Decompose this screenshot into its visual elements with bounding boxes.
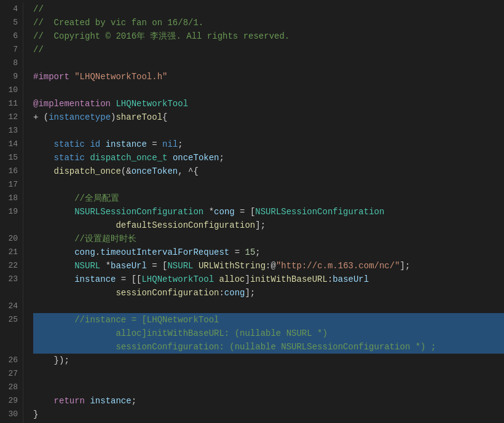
line-num-30: 30 bbox=[5, 408, 18, 421]
line-num-25c bbox=[5, 340, 18, 354]
line-num-22: 22 bbox=[5, 259, 18, 273]
code-line-18: //全局配置 bbox=[33, 192, 504, 205]
line-num-17: 17 bbox=[5, 178, 18, 192]
code-line-20: //设置超时时长 bbox=[33, 232, 504, 246]
code-editor: 4 5 6 7 8 9 10 11 12 13 14 15 16 17 18 1… bbox=[0, 0, 504, 423]
line-num-16: 16 bbox=[5, 165, 18, 178]
line-num-25: 25 bbox=[5, 313, 18, 327]
line-num-19b bbox=[5, 219, 18, 232]
code-line-25a: //instance = [LHQNetworkTool bbox=[33, 313, 504, 327]
code-content[interactable]: // // Created by vic fan on 16/8/1. // C… bbox=[23, 2, 504, 423]
line-num-7: 7 bbox=[5, 43, 18, 56]
line-numbers: 4 5 6 7 8 9 10 11 12 13 14 15 16 17 18 1… bbox=[0, 2, 23, 423]
line-num-20: 20 bbox=[5, 232, 18, 246]
code-line-14: static id instance = nil; bbox=[33, 138, 504, 151]
code-line-4: // bbox=[33, 2, 504, 16]
code-line-17 bbox=[33, 178, 504, 192]
line-num-28: 28 bbox=[5, 381, 18, 394]
code-line-21: cong.timeoutIntervalForRequest = 15; bbox=[33, 246, 504, 259]
code-line-26: }); bbox=[33, 354, 504, 367]
code-line-23: instance = [[LHQNetworkTool alloc]initWi… bbox=[33, 273, 504, 286]
line-num-8: 8 bbox=[5, 56, 18, 70]
line-num-5: 5 bbox=[5, 16, 18, 29]
line-num-26: 26 bbox=[5, 354, 18, 367]
code-line-8 bbox=[33, 56, 504, 70]
code-line-6: // Copyright © 2016年 李洪强. All rights res… bbox=[33, 29, 504, 43]
line-num-25b bbox=[5, 327, 18, 340]
code-line-23b: sessionConfiguration:cong]; bbox=[33, 286, 504, 300]
line-num-9: 9 bbox=[5, 70, 18, 83]
line-num-24: 24 bbox=[5, 300, 18, 313]
code-line-15: static dispatch_once_t onceToken; bbox=[33, 151, 504, 165]
code-line-12: + (instancetype)shareTool{ bbox=[33, 111, 504, 124]
line-num-12: 12 bbox=[5, 111, 18, 124]
code-line-16: dispatch_once(&onceToken, ^{ bbox=[33, 165, 504, 178]
code-line-22: NSURL *baseUrl = [NSURL URLWithString:@"… bbox=[33, 259, 504, 273]
code-line-29: return instance; bbox=[33, 394, 504, 408]
code-line-28 bbox=[33, 381, 504, 394]
code-line-25b: alloc]initWithBaseURL: (nullable NSURL *… bbox=[33, 327, 504, 340]
line-num-18: 18 bbox=[5, 192, 18, 205]
line-num-15: 15 bbox=[5, 151, 18, 165]
code-line-10 bbox=[33, 83, 504, 97]
code-line-11: @implementation LHQNetworkTool bbox=[33, 97, 504, 111]
code-line-19: NSURLSessionConfiguration *cong = [NSURL… bbox=[33, 205, 504, 219]
code-line-27 bbox=[33, 367, 504, 381]
line-num-6: 6 bbox=[5, 29, 18, 43]
line-num-21: 21 bbox=[5, 246, 18, 259]
line-num-19: 19 bbox=[5, 205, 18, 219]
line-num-10: 10 bbox=[5, 83, 18, 97]
code-line-19b: defaultSessionConfiguration]; bbox=[33, 219, 504, 232]
line-num-27: 27 bbox=[5, 367, 18, 381]
line-num-13: 13 bbox=[5, 124, 18, 138]
code-line-30: } bbox=[33, 408, 504, 421]
line-num-4: 4 bbox=[5, 2, 18, 16]
code-line-7: // bbox=[33, 43, 504, 56]
line-num-23: 23 bbox=[5, 273, 18, 286]
code-line-24 bbox=[33, 300, 504, 313]
code-line-13 bbox=[33, 124, 504, 138]
line-num-11: 11 bbox=[5, 97, 18, 111]
code-line-25c: sessionConfiguration: (nullable NSURLSes… bbox=[33, 340, 504, 354]
code-line-9: #import "LHQNetworkTool.h" bbox=[33, 70, 504, 83]
line-num-29: 29 bbox=[5, 394, 18, 408]
line-num-23b bbox=[5, 286, 18, 300]
code-line-5: // Created by vic fan on 16/8/1. bbox=[33, 16, 504, 29]
line-num-14: 14 bbox=[5, 138, 18, 151]
